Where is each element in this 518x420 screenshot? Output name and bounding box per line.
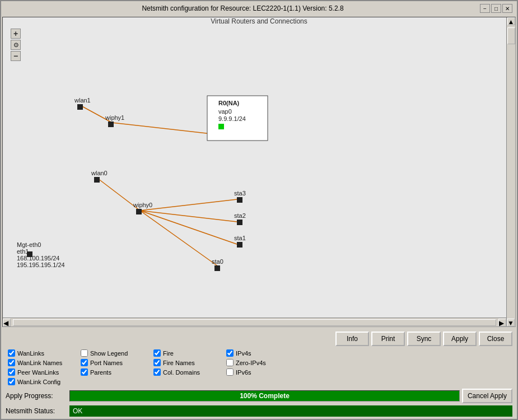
svg-line-0: [112, 123, 221, 135]
cb-port-names[interactable]: Port Names: [81, 359, 153, 366]
horizontal-scrollbar[interactable]: ◀ ▶: [3, 318, 506, 326]
cb-fire[interactable]: Fire: [153, 349, 226, 357]
cb-peer-wanlinks[interactable]: Peer WanLinks: [8, 368, 81, 376]
cb-wanlink-names-input[interactable]: [8, 359, 15, 366]
cb-zero-ipv4s-input[interactable]: [226, 359, 234, 366]
svg-text:sta2: sta2: [234, 212, 246, 219]
cb-port-names-input[interactable]: [81, 359, 88, 366]
svg-text:Mgt-eth0: Mgt-eth0: [17, 241, 41, 248]
canvas-title: Virtual Routers and Connections: [208, 17, 310, 25]
cb-wanlink-names[interactable]: WanLink Names: [8, 359, 81, 366]
svg-line-6: [140, 211, 218, 267]
status-row: Netsmith Status: OK: [3, 404, 515, 418]
minimize-button[interactable]: −: [480, 4, 490, 13]
svg-text:wiphy0: wiphy0: [133, 202, 152, 208]
zoom-controls: + ⊙ −: [11, 29, 21, 61]
window-title: Netsmith configuration for Resource: LEC…: [6, 4, 480, 12]
svg-line-5: [140, 211, 237, 244]
cb-wanlink-config-input[interactable]: [8, 378, 15, 385]
cancel-apply-button[interactable]: Cancel Apply: [462, 389, 512, 403]
svg-text:195.195.195.1/24: 195.195.195.1/24: [17, 262, 65, 268]
canvas-area[interactable]: Virtual Routers and Connections + ⊙ −: [2, 17, 516, 327]
svg-rect-7: [77, 104, 83, 110]
svg-rect-20: [237, 197, 242, 203]
progress-row: Apply Progress: 100% Complete Cancel App…: [3, 388, 515, 404]
checkboxes-row: WanLinks WanLink Names Peer WanLinks Wan…: [3, 347, 515, 388]
svg-text:R0(NA): R0(NA): [218, 100, 240, 106]
svg-line-3: [140, 199, 237, 211]
cb-peer-wanlinks-input[interactable]: [8, 368, 15, 376]
apply-button[interactable]: Apply: [443, 332, 477, 346]
cb-wanlink-config[interactable]: WanLink Config: [8, 378, 81, 385]
svg-rect-16: [94, 177, 100, 183]
vertical-scrollbar[interactable]: ▲ ▼: [506, 17, 515, 326]
cb-wanlinks[interactable]: WanLinks: [8, 349, 81, 357]
cb-col-2: Show Legend Port Names Parents: [81, 349, 153, 385]
info-button[interactable]: Info: [335, 332, 369, 346]
cb-fire-names[interactable]: Fire Names: [153, 359, 226, 366]
status-value: OK: [73, 407, 82, 415]
svg-text:eth1: eth1: [17, 248, 29, 255]
svg-text:wlan1: wlan1: [74, 97, 91, 104]
cb-ipv4s-input[interactable]: [226, 349, 234, 357]
svg-rect-15: [218, 124, 224, 129]
action-buttons-row: Info Print Sync Apply Close: [3, 329, 515, 347]
svg-rect-9: [108, 122, 114, 127]
sync-button[interactable]: Sync: [407, 332, 441, 346]
cb-ipv6s[interactable]: IPv6s: [226, 368, 299, 376]
svg-rect-18: [136, 209, 142, 214]
main-window: Virtual Routers and Connections + ⊙ −: [0, 16, 518, 420]
zoom-fit-button[interactable]: ⊙: [11, 40, 21, 50]
status-value-box: OK: [69, 405, 512, 417]
cb-ipv6s-input[interactable]: [226, 368, 234, 376]
status-label: Netsmith Status:: [6, 407, 67, 415]
cb-fire-names-input[interactable]: [153, 359, 161, 366]
svg-text:sta3: sta3: [234, 190, 246, 197]
svg-rect-22: [237, 220, 242, 225]
bottom-area: Info Print Sync Apply Close WanLinks Wan…: [1, 328, 517, 419]
window-controls: − □ ✕: [480, 4, 512, 13]
close-window-button[interactable]: ✕: [502, 4, 512, 13]
cb-show-legend-input[interactable]: [81, 349, 88, 357]
svg-rect-24: [237, 242, 242, 248]
zoom-in-button[interactable]: +: [11, 29, 21, 39]
svg-line-4: [140, 211, 237, 222]
svg-text:sta0: sta0: [212, 258, 223, 265]
title-bar: Netsmith configuration for Resource: LEC…: [0, 0, 518, 16]
cb-wanlinks-input[interactable]: [8, 349, 15, 357]
svg-text:wiphy1: wiphy1: [105, 114, 124, 121]
svg-rect-26: [214, 265, 220, 271]
close-button[interactable]: Close: [479, 332, 512, 346]
svg-text:sta1: sta1: [234, 235, 246, 241]
svg-text:168.100.195/24: 168.100.195/24: [17, 255, 59, 262]
cb-col-1: WanLinks WanLink Names Peer WanLinks Wan…: [8, 349, 81, 385]
print-button[interactable]: Print: [371, 332, 405, 346]
network-diagram: wlan1 wiphy1 R0(NA) vap0 9.9.9.1/24 wlan…: [3, 17, 507, 327]
svg-text:9.9.9.1/24: 9.9.9.1/24: [218, 115, 246, 122]
cb-show-legend[interactable]: Show Legend: [81, 349, 153, 357]
cb-col-domains-input[interactable]: [153, 368, 161, 376]
cb-col-4: IPv4s Zero-IPv4s IPv6s: [226, 349, 299, 385]
maximize-button[interactable]: □: [491, 4, 501, 13]
svg-text:wlan0: wlan0: [91, 170, 108, 176]
svg-text:vap0: vap0: [218, 108, 232, 115]
progress-bar-container: 100% Complete: [69, 390, 460, 402]
cb-ipv4s[interactable]: IPv4s: [226, 349, 299, 357]
progress-bar: 100% Complete: [70, 391, 459, 401]
cb-parents[interactable]: Parents: [81, 368, 153, 376]
progress-label: Apply Progress:: [6, 392, 67, 400]
cb-zero-ipv4s[interactable]: Zero-IPv4s: [226, 359, 299, 366]
cb-col-3: Fire Fire Names Col. Domains: [153, 349, 226, 385]
progress-text: 100% Complete: [240, 392, 290, 400]
cb-parents-input[interactable]: [81, 368, 88, 376]
cb-fire-input[interactable]: [153, 349, 161, 357]
cb-col-domains[interactable]: Col. Domains: [153, 368, 226, 376]
zoom-out-button[interactable]: −: [11, 51, 21, 61]
